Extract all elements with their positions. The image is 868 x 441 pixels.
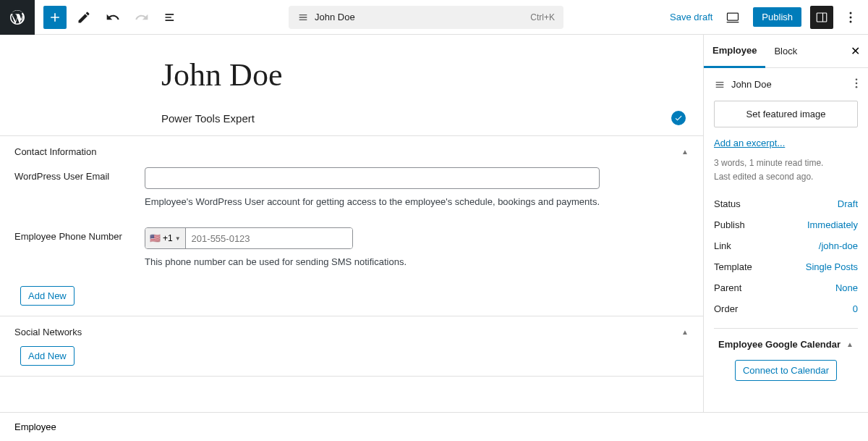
section-contact-title: Contact Information: [14, 146, 96, 157]
svg-point-2: [850, 12, 852, 14]
panel-doc-name: John Doe: [731, 79, 772, 90]
preview-icon[interactable]: [721, 6, 744, 29]
undo-icon[interactable]: [101, 6, 124, 29]
section-empty: [0, 376, 703, 382]
email-help-text: Employee's WordPress User account for ge…: [145, 196, 600, 207]
email-label: WordPress User Email: [14, 167, 145, 207]
command-bar[interactable]: John Doe Ctrl+K: [289, 6, 563, 29]
sidebar-toggle-button[interactable]: [810, 6, 833, 29]
prop-parent[interactable]: ParentNone: [714, 277, 858, 298]
add-new-social-button[interactable]: Add New: [20, 346, 75, 366]
close-panel-icon[interactable]: ✕: [842, 44, 868, 58]
publish-button[interactable]: Publish: [753, 7, 801, 27]
command-bar-label: John Doe: [315, 12, 355, 22]
post-subtitle[interactable]: Power Tools Expert: [161, 112, 255, 125]
add-excerpt-link[interactable]: Add an excerpt...: [714, 138, 858, 148]
connect-calendar-button[interactable]: Connect to Calendar: [735, 360, 837, 381]
phone-input-group: 🇺🇸 +1 ▼: [145, 227, 353, 249]
prop-template[interactable]: TemplateSingle Posts: [714, 256, 858, 277]
settings-sidebar: Employee Block ✕ John Doe Set featured i…: [703, 35, 868, 412]
last-edited-text: Last edited a second ago.: [714, 171, 858, 183]
wordpress-logo[interactable]: [0, 0, 35, 35]
set-featured-image-button[interactable]: Set featured image: [714, 101, 858, 127]
add-block-button[interactable]: [43, 6, 67, 29]
breadcrumb-item[interactable]: Employee: [14, 421, 56, 432]
document-icon: [714, 79, 726, 91]
document-overview-icon[interactable]: [159, 6, 182, 29]
email-input[interactable]: [145, 167, 600, 189]
post-title[interactable]: John Doe: [161, 56, 703, 93]
add-new-contact-button[interactable]: Add New: [20, 286, 75, 306]
breadcrumb-bar: Employee: [0, 412, 868, 441]
edit-tool-icon[interactable]: [72, 6, 95, 29]
options-menu-icon[interactable]: [842, 6, 859, 29]
collapse-toggle-icon[interactable]: ▲: [681, 328, 689, 336]
prop-publish[interactable]: PublishImmediately: [714, 214, 858, 235]
calendar-section-title: Employee Google Calendar: [718, 339, 841, 350]
section-social-title: Social Networks: [14, 327, 82, 337]
phone-help-text: This phone number can be used for sendin…: [145, 256, 407, 267]
collapse-toggle-icon[interactable]: ▲: [681, 148, 689, 156]
section-contact: Contact Information ▲ WordPress User Ema…: [0, 135, 703, 316]
prop-status[interactable]: StatusDraft: [714, 193, 858, 214]
tab-employee[interactable]: Employee: [704, 35, 765, 68]
read-time-text: 3 words, 1 minute read time.: [714, 157, 858, 169]
section-social: Social Networks ▲ Add New: [0, 316, 703, 376]
collapse-toggle-icon[interactable]: ▲: [846, 340, 854, 348]
svg-point-3: [850, 16, 852, 18]
redo-icon: [130, 6, 153, 29]
svg-rect-1: [817, 13, 827, 22]
panel-doc-options-icon[interactable]: [855, 78, 858, 91]
valid-check-icon: [671, 111, 686, 125]
phone-number-input[interactable]: [186, 228, 352, 248]
command-bar-shortcut: Ctrl+K: [530, 12, 555, 22]
top-toolbar: John Doe Ctrl+K Save draft Publish: [0, 0, 868, 35]
phone-country-selector[interactable]: 🇺🇸 +1 ▼: [145, 228, 186, 248]
save-draft-link[interactable]: Save draft: [670, 12, 712, 22]
phone-code: +1: [163, 233, 173, 243]
svg-point-7: [856, 86, 858, 88]
editor-canvas: John Doe Power Tools Expert Contact Info…: [0, 35, 703, 412]
prop-order[interactable]: Order0: [714, 298, 858, 319]
prop-link[interactable]: Link/john-doe: [714, 235, 858, 256]
flag-icon: 🇺🇸: [150, 233, 161, 243]
svg-point-6: [856, 83, 858, 85]
svg-point-5: [856, 78, 858, 80]
svg-point-4: [850, 20, 852, 22]
svg-rect-0: [728, 13, 739, 20]
chevron-down-icon: ▼: [175, 235, 181, 242]
tab-block[interactable]: Block: [765, 35, 806, 68]
phone-label: Employee Phone Number: [14, 227, 145, 267]
